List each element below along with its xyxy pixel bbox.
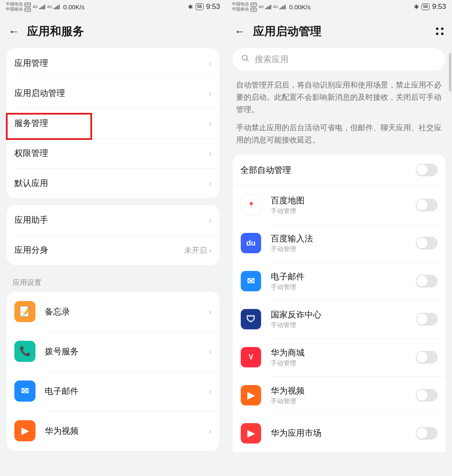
right-phone: 中国电信 HD 中国移动 HD 4G 4G 0.00K/s ✱ 56 9:53 …	[226, 0, 452, 476]
app-name: 电子邮件	[271, 271, 416, 282]
app-name: 国家反诈中心	[271, 309, 416, 320]
row-app-email[interactable]: ✉ 电子邮件 ›	[7, 371, 219, 411]
chevron-right-icon: ›	[209, 426, 212, 436]
row-value: 未开启	[184, 245, 207, 255]
row-baidu-ime[interactable]: du 百度输入法手动管理	[233, 224, 445, 262]
signal-icon	[39, 4, 45, 9]
row-label: 备忘录	[45, 306, 209, 317]
vmall-icon: V	[240, 347, 261, 368]
app-name: 百度地图	[271, 195, 416, 206]
scrollbar[interactable]	[449, 53, 451, 91]
row-default-apps[interactable]: 默认应用 ›	[7, 168, 219, 198]
chevron-right-icon: ›	[209, 215, 212, 225]
row-app-notes[interactable]: 📝 备忘录 ›	[7, 292, 219, 331]
highlight-annotation	[6, 113, 92, 140]
description-text-1: 自动管理开启后，将自动识别应用和使用场景，禁止应用不必要的启动。此配置不会影响新…	[226, 79, 452, 122]
row-label: 华为视频	[45, 425, 209, 437]
row-label: 电子邮件	[45, 386, 209, 397]
toggle[interactable]	[416, 351, 438, 364]
back-icon[interactable]: ←	[8, 26, 19, 37]
net-indicator-icon: 4G	[259, 5, 264, 9]
carrier-labels: 中国电信 HD 中国移动 HD	[6, 2, 31, 12]
signal-icon	[54, 4, 60, 9]
search-box[interactable]	[233, 48, 445, 71]
settings-group-2: 应用助手 › 应用分身 未开启 ›	[7, 205, 219, 265]
bluetooth-icon: ✱	[414, 3, 419, 10]
app-name: 华为商城	[271, 347, 416, 358]
shield-icon: 🛡	[240, 309, 261, 330]
row-label: 应用助手	[14, 214, 209, 226]
battery-icon: 56	[422, 3, 430, 10]
toggle[interactable]	[416, 313, 438, 326]
chevron-right-icon: ›	[209, 58, 212, 68]
section-label-app-settings: 应用设置	[0, 272, 226, 292]
svg-line-1	[247, 60, 249, 62]
row-email[interactable]: ✉ 电子邮件手动管理	[233, 262, 445, 300]
status-bar: 中国电信 HD 中国移动 HD 4G 4G 0.00K/s ✱ 56 9:53	[0, 0, 226, 13]
svg-point-0	[242, 55, 248, 60]
chevron-right-icon: ›	[209, 347, 212, 356]
row-app-management[interactable]: 应用管理 ›	[7, 48, 219, 78]
row-app-twin[interactable]: 应用分身 未开启 ›	[7, 235, 219, 265]
chevron-right-icon: ›	[209, 178, 212, 188]
net-indicator-icon: 4G	[273, 5, 278, 9]
row-label: 应用启动管理	[14, 88, 209, 99]
app-name: 华为应用市场	[271, 427, 416, 439]
baidu-ime-icon: du	[240, 233, 261, 254]
clock: 9:53	[432, 3, 446, 11]
app-sub: 手动管理	[271, 397, 416, 405]
net-indicator-icon: 4G	[47, 5, 52, 9]
chevron-right-icon: ›	[209, 148, 212, 158]
row-label: 拨号服务	[45, 346, 209, 357]
row-app-launch-management[interactable]: 应用启动管理 ›	[7, 78, 219, 108]
row-permission-management[interactable]: 权限管理 ›	[7, 138, 219, 168]
net-indicator-icon: 4G	[33, 5, 38, 9]
row-label: 应用管理	[14, 57, 209, 69]
chevron-right-icon: ›	[209, 245, 212, 255]
back-icon[interactable]: ←	[234, 26, 245, 37]
toggle[interactable]	[416, 427, 438, 440]
app-sub: 手动管理	[271, 245, 416, 253]
row-huawei-video[interactable]: ▶ 华为视频手动管理	[233, 376, 445, 414]
left-phone: 中国电信 HD 中国移动 HD 4G 4G 0.00K/s ✱ 56 9:53 …	[0, 0, 226, 476]
mail-icon: ✉	[240, 271, 261, 292]
notes-icon: 📝	[14, 301, 35, 322]
more-icon[interactable]	[436, 27, 444, 35]
chevron-right-icon: ›	[209, 118, 212, 128]
signal-icon	[265, 4, 271, 9]
app-sub: 手动管理	[271, 321, 416, 329]
row-label: 全部自动管理	[240, 164, 416, 176]
app-settings-list: 📝 备忘录 › 📞 拨号服务 › ✉ 电子邮件 › ▶ 华为视频 ›	[7, 292, 219, 451]
toggle[interactable]	[416, 199, 438, 211]
row-anti-fraud[interactable]: 🛡 国家反诈中心手动管理	[233, 300, 445, 338]
appgallery-icon: ▶	[240, 423, 261, 444]
row-all-auto-manage[interactable]: 全部自动管理	[233, 154, 445, 186]
row-app-video[interactable]: ▶ 华为视频 ›	[7, 411, 219, 451]
row-huawei-mall[interactable]: V 华为商城手动管理	[233, 338, 445, 376]
toggle[interactable]	[416, 389, 438, 402]
row-label: 应用分身	[14, 244, 184, 256]
row-app-assistant[interactable]: 应用助手 ›	[7, 205, 219, 235]
chevron-right-icon: ›	[209, 88, 212, 98]
row-app-dialer[interactable]: 📞 拨号服务 ›	[7, 331, 219, 371]
toggle-all[interactable]	[416, 164, 438, 176]
bluetooth-icon: ✱	[188, 3, 193, 10]
app-sub: 手动管理	[271, 283, 416, 291]
page-title: 应用和服务	[27, 24, 218, 39]
toggle[interactable]	[416, 275, 438, 287]
row-huawei-appgallery[interactable]: ▶ 华为应用市场	[233, 414, 445, 452]
network-speed: 0.00K/s	[63, 3, 84, 11]
phone-icon: 📞	[14, 341, 35, 362]
video-icon: ▶	[14, 420, 35, 441]
network-speed: 0.00K/s	[289, 3, 310, 11]
search-input[interactable]	[255, 55, 437, 64]
row-baidu-maps[interactable]: 📍 百度地图手动管理	[233, 186, 445, 224]
row-label: 权限管理	[14, 148, 209, 159]
toggle[interactable]	[416, 237, 438, 249]
app-launch-list: 全部自动管理 📍 百度地图手动管理 du 百度输入法手动管理 ✉ 电子邮件手动管…	[233, 154, 445, 452]
video-icon: ▶	[240, 385, 261, 406]
chevron-right-icon: ›	[209, 307, 212, 317]
carrier-labels: 中国电信 HD 中国移动 HD	[232, 2, 257, 12]
battery-icon: 56	[196, 3, 204, 10]
description-text-2: 手动禁止应用的后台活动可省电，但邮件、聊天应用、社交应用的消息可能接收延迟。	[226, 122, 452, 155]
